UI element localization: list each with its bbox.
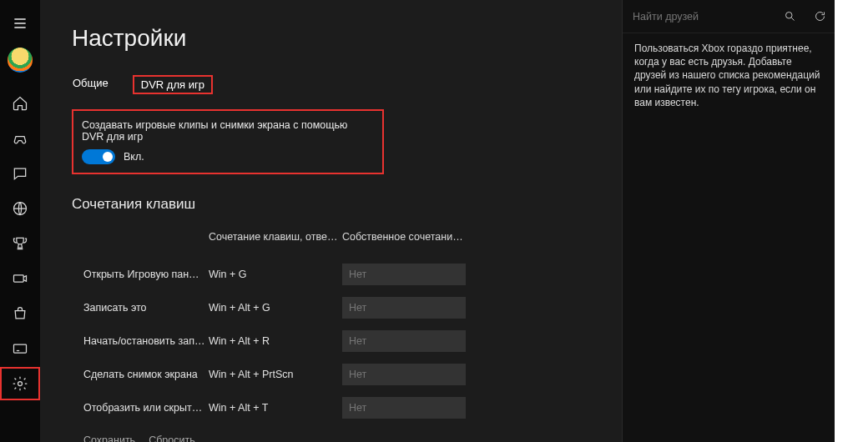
dvr-toggle-label: Создавать игровые клипы и снимки экрана … xyxy=(82,119,371,143)
shortcut-custom-input[interactable] xyxy=(342,330,466,352)
sidebar xyxy=(0,0,40,442)
gear-icon xyxy=(12,375,28,392)
search-input[interactable] xyxy=(623,11,775,23)
friends-hint: Пользоваться Xbox гораздо приятнее, когд… xyxy=(623,33,835,118)
page-edge xyxy=(835,0,868,442)
search-button[interactable] xyxy=(775,0,805,33)
page-title: Настройки xyxy=(72,25,622,52)
shortcut-label: Начать/остановить зап… xyxy=(83,335,209,347)
refresh-icon xyxy=(814,10,826,23)
svg-line-9 xyxy=(791,18,794,20)
toggle-knob xyxy=(103,152,113,162)
sidebar-connect[interactable] xyxy=(0,332,40,365)
trophy-icon xyxy=(12,235,28,252)
shortcut-default: Win + Alt + G xyxy=(209,302,342,314)
sidebar-store[interactable] xyxy=(0,297,40,330)
svg-rect-4 xyxy=(14,275,24,282)
sidebar-achievements[interactable] xyxy=(0,227,40,260)
shortcut-custom-input[interactable] xyxy=(342,397,466,419)
shortcuts-title: Сочетания клавиш xyxy=(72,196,622,213)
avatar-icon xyxy=(8,48,33,73)
shortcut-label: Отобразить или скрыт… xyxy=(83,402,209,414)
dvr-toggle[interactable] xyxy=(82,149,115,164)
controller-icon xyxy=(12,130,28,147)
reset-button[interactable]: Сбросить xyxy=(149,434,195,442)
shortcut-label: Записать это xyxy=(83,302,209,314)
sidebar-chat[interactable] xyxy=(0,157,40,190)
shortcut-default: Win + Alt + R xyxy=(209,335,342,347)
svg-rect-5 xyxy=(14,344,27,353)
search-row xyxy=(623,0,835,33)
tab-dvr[interactable]: DVR для игр xyxy=(133,75,213,94)
sidebar-avatar[interactable] xyxy=(0,42,40,78)
shortcut-default: Win + G xyxy=(209,269,342,280)
shortcut-row: Сделать снимок экрана Win + Alt + PrtScn xyxy=(83,358,622,391)
dvr-toggle-state: Вкл. xyxy=(124,151,144,163)
dvr-toggle-row: Вкл. xyxy=(82,149,371,164)
shortcut-row: Отобразить или скрыт… Win + Alt + T xyxy=(83,391,622,424)
shortcut-row: Записать это Win + Alt + G xyxy=(83,291,622,324)
tabs: Общие DVR для игр xyxy=(72,75,622,94)
save-button[interactable]: Сохранить xyxy=(83,434,135,442)
home-icon xyxy=(12,95,28,112)
svg-point-7 xyxy=(18,382,23,386)
sidebar-home[interactable] xyxy=(0,87,40,120)
shortcuts-table: - Сочетание клавиш, отве… Собственное со… xyxy=(72,231,622,424)
connect-icon xyxy=(12,340,28,357)
hamburger-icon xyxy=(12,15,28,32)
shortcut-row: Начать/остановить зап… Win + Alt + R xyxy=(83,324,622,358)
shortcuts-header-row: - Сочетание клавиш, отве… Собственное со… xyxy=(83,231,622,243)
shortcut-custom-input[interactable] xyxy=(342,264,466,285)
shortcut-custom-input[interactable] xyxy=(342,297,466,319)
shortcut-label: Открыть Игровую пан… xyxy=(83,269,209,280)
chat-icon xyxy=(12,165,28,182)
refresh-button[interactable] xyxy=(805,0,835,33)
footer-buttons: Сохранить Сбросить xyxy=(72,434,622,442)
dvr-toggle-block: Создавать игровые клипы и снимки экрана … xyxy=(72,109,384,174)
menu-button[interactable] xyxy=(0,7,40,40)
gamedvr-icon xyxy=(12,270,28,287)
shortcut-label: Сделать снимок экрана xyxy=(83,369,209,380)
shortcut-custom-input[interactable] xyxy=(342,364,466,385)
shortcut-default: Win + Alt + T xyxy=(209,402,342,414)
shortcut-default: Win + Alt + PrtScn xyxy=(209,369,342,380)
shortcut-row: Открыть Игровую пан… Win + G xyxy=(83,258,622,291)
search-icon xyxy=(784,10,796,23)
friends-panel: Пользоваться Xbox гораздо приятнее, когд… xyxy=(622,0,835,442)
store-icon xyxy=(12,305,28,322)
tab-general[interactable]: Общие xyxy=(72,75,109,94)
main-content: Настройки Общие DVR для игр Создавать иг… xyxy=(40,0,622,442)
header-custom: Собственное сочетание к… xyxy=(342,231,466,243)
svg-point-8 xyxy=(785,13,792,19)
sidebar-social[interactable] xyxy=(0,192,40,225)
header-default: Сочетание клавиш, отве… xyxy=(209,231,342,243)
globe-icon xyxy=(12,200,28,217)
sidebar-controller[interactable] xyxy=(0,122,40,155)
sidebar-gamedvr[interactable] xyxy=(0,262,40,295)
sidebar-settings[interactable] xyxy=(0,367,40,400)
